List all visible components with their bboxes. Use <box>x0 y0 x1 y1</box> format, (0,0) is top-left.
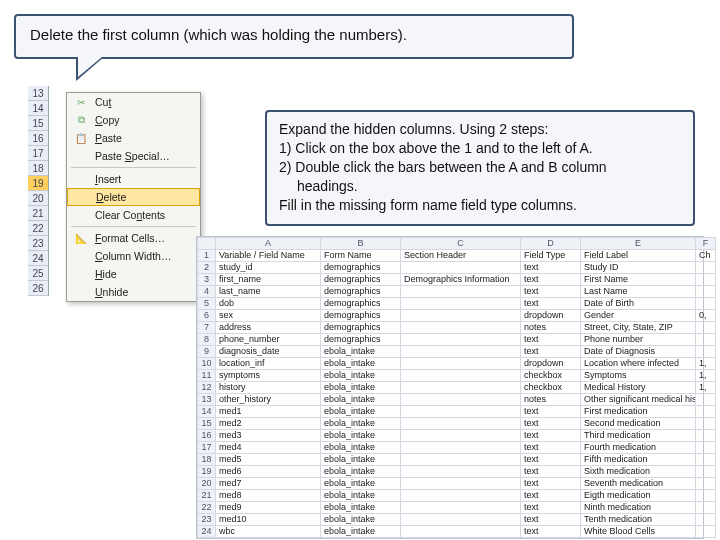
cell[interactable]: demographics <box>321 262 401 274</box>
row-header[interactable]: 17 <box>198 442 216 454</box>
cell[interactable]: text <box>521 454 581 466</box>
cell[interactable]: Third medication <box>581 430 696 442</box>
cell[interactable]: notes <box>521 322 581 334</box>
header-cell[interactable]: Variable / Field Name <box>216 250 321 262</box>
cell[interactable]: sex <box>216 310 321 322</box>
column-header-F[interactable]: F <box>696 238 716 250</box>
cell[interactable]: ebola_intake <box>321 358 401 370</box>
menu-item[interactable]: Hide <box>67 265 200 283</box>
menu-item[interactable]: ⧉Copy <box>67 111 200 129</box>
menu-item[interactable]: Column Width… <box>67 247 200 265</box>
table-row[interactable]: 3first_namedemographicsDemographics Info… <box>198 274 716 286</box>
row-header[interactable]: 17 <box>28 146 48 161</box>
cell[interactable]: ebola_intake <box>321 466 401 478</box>
column-header-B[interactable]: B <box>321 238 401 250</box>
column-header-E[interactable]: E <box>581 238 696 250</box>
cell[interactable]: demographics <box>321 274 401 286</box>
cell[interactable]: text <box>521 478 581 490</box>
cell[interactable]: White Blood Cells <box>581 526 696 538</box>
cell[interactable]: med8 <box>216 490 321 502</box>
row-header[interactable]: 4 <box>198 286 216 298</box>
row-header[interactable]: 5 <box>198 298 216 310</box>
cell[interactable] <box>401 382 521 394</box>
cell[interactable]: text <box>521 418 581 430</box>
row-header[interactable]: 9 <box>198 346 216 358</box>
menu-item[interactable]: Insert <box>67 170 200 188</box>
row-header[interactable]: 3 <box>198 274 216 286</box>
cell[interactable]: ebola_intake <box>321 418 401 430</box>
header-cell[interactable]: Form Name <box>321 250 401 262</box>
header-cell[interactable]: Section Header <box>401 250 521 262</box>
cell[interactable]: text <box>521 526 581 538</box>
cell[interactable]: demographics <box>321 334 401 346</box>
cell[interactable]: Location where infected <box>581 358 696 370</box>
cell[interactable] <box>401 454 521 466</box>
cell[interactable]: checkbox <box>521 382 581 394</box>
cell[interactable] <box>401 478 521 490</box>
cell[interactable]: Tenth medication <box>581 514 696 526</box>
cell[interactable]: symptoms <box>216 370 321 382</box>
row-header[interactable]: 8 <box>198 334 216 346</box>
menu-item[interactable]: Unhide <box>67 283 200 301</box>
cell[interactable] <box>696 502 716 514</box>
cell[interactable] <box>696 454 716 466</box>
cell[interactable]: study_id <box>216 262 321 274</box>
cell[interactable] <box>401 310 521 322</box>
menu-item[interactable]: 📋Paste <box>67 129 200 147</box>
cell[interactable] <box>401 514 521 526</box>
row-header[interactable]: 11 <box>198 370 216 382</box>
cell[interactable]: text <box>521 334 581 346</box>
menu-item[interactable]: Clear Contents <box>67 206 200 224</box>
cell[interactable]: med7 <box>216 478 321 490</box>
cell[interactable]: text <box>521 514 581 526</box>
cell[interactable]: Gender <box>581 310 696 322</box>
cell[interactable] <box>401 370 521 382</box>
cell[interactable]: text <box>521 298 581 310</box>
cell[interactable]: 0, <box>696 310 716 322</box>
menu-item[interactable]: ✂Cut <box>67 93 200 111</box>
cell[interactable]: text <box>521 430 581 442</box>
cell[interactable]: First Name <box>581 274 696 286</box>
cell[interactable]: text <box>521 406 581 418</box>
cell[interactable]: ebola_intake <box>321 490 401 502</box>
cell[interactable]: ebola_intake <box>321 382 401 394</box>
cell[interactable]: Date of Diagnosis <box>581 346 696 358</box>
cell[interactable]: text <box>521 490 581 502</box>
cell[interactable]: ebola_intake <box>321 394 401 406</box>
row-header[interactable]: 18 <box>28 161 48 176</box>
cell[interactable] <box>401 286 521 298</box>
row-header[interactable]: 16 <box>28 131 48 146</box>
row-header[interactable]: 24 <box>198 526 216 538</box>
cell[interactable]: ebola_intake <box>321 454 401 466</box>
row-header[interactable]: 14 <box>28 101 48 116</box>
table-row[interactable]: 4last_namedemographicstextLast Name <box>198 286 716 298</box>
cell[interactable] <box>401 262 521 274</box>
row-header[interactable]: 13 <box>198 394 216 406</box>
cell[interactable]: first_name <box>216 274 321 286</box>
cell[interactable] <box>696 526 716 538</box>
row-header[interactable]: 1 <box>198 250 216 262</box>
cell[interactable]: ebola_intake <box>321 514 401 526</box>
row-header[interactable]: 10 <box>198 358 216 370</box>
cell[interactable]: text <box>521 262 581 274</box>
cell[interactable]: demographics <box>321 322 401 334</box>
cell[interactable]: phone_number <box>216 334 321 346</box>
row-header[interactable]: 6 <box>198 310 216 322</box>
header-cell[interactable]: Field Label <box>581 250 696 262</box>
cell[interactable] <box>696 274 716 286</box>
table-row[interactable]: 24wbcebola_intaketextWhite Blood Cells <box>198 526 716 538</box>
row-header[interactable]: 2 <box>198 262 216 274</box>
cell[interactable]: med6 <box>216 466 321 478</box>
table-row[interactable]: 19med6ebola_intaketextSixth medication <box>198 466 716 478</box>
cell[interactable]: address <box>216 322 321 334</box>
cell[interactable]: Ninth medication <box>581 502 696 514</box>
table-row[interactable]: 17med4ebola_intaketextFourth medication <box>198 442 716 454</box>
row-header[interactable]: 16 <box>198 430 216 442</box>
cell[interactable] <box>696 286 716 298</box>
cell[interactable]: Eigth medication <box>581 490 696 502</box>
cell[interactable]: ebola_intake <box>321 430 401 442</box>
cell[interactable]: text <box>521 286 581 298</box>
table-row[interactable]: 8phone_numberdemographicstextPhone numbe… <box>198 334 716 346</box>
cell[interactable] <box>696 514 716 526</box>
row-header[interactable]: 22 <box>198 502 216 514</box>
